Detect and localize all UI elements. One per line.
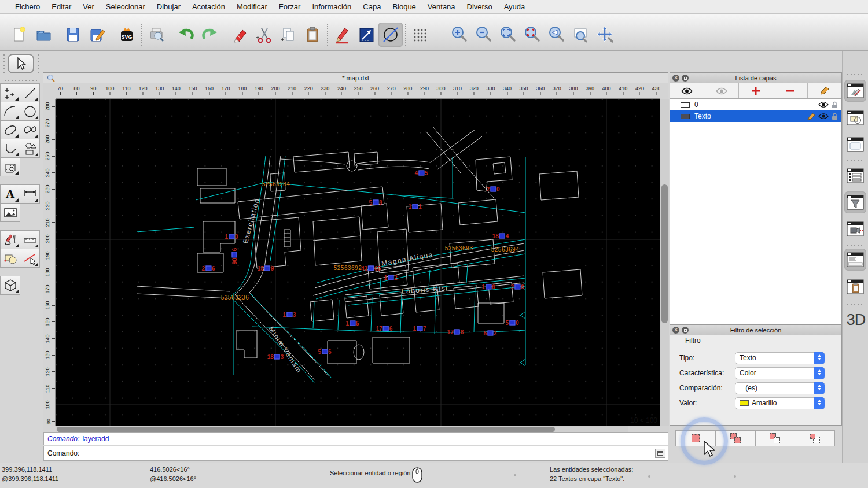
house-number-label[interactable]: 17	[413, 326, 426, 332]
house-number-label[interactable]: 26	[510, 284, 524, 290]
snap-tool-button[interactable]	[20, 249, 40, 268]
ellipse-tool-button[interactable]	[0, 120, 20, 139]
paste-button[interactable]	[300, 23, 325, 47]
zoom-in-button[interactable]	[447, 23, 472, 47]
selected-text-entity[interactable]	[264, 266, 270, 271]
selected-text-entity[interactable]	[486, 284, 491, 290]
shapes-tool-button[interactable]	[20, 139, 40, 158]
svg-export-button[interactable]: SVG	[115, 23, 139, 47]
command-input[interactable]	[82, 448, 655, 459]
spline-tool-button[interactable]	[20, 120, 40, 139]
point-tool-button[interactable]	[0, 83, 20, 102]
palette-handle[interactable]	[2, 53, 6, 74]
house-number-label[interactable]: 10	[481, 284, 495, 290]
menu-item[interactable]: Modificar	[231, 0, 273, 13]
default-attributes-button[interactable]	[378, 23, 403, 47]
filter-field-dropdown[interactable]: Color	[735, 367, 825, 379]
zoom-previous-button[interactable]	[545, 23, 569, 47]
edit-entity-button[interactable]	[0, 249, 20, 268]
dropdown-stepper-icon[interactable]	[814, 352, 825, 364]
selected-text-entity[interactable]	[229, 234, 234, 239]
menu-item[interactable]: Información	[306, 0, 357, 13]
house-number-label[interactable]: 20	[486, 186, 499, 193]
hide-all-layers-button[interactable]	[704, 83, 738, 98]
menu-item[interactable]: Ver	[77, 0, 100, 13]
horizontal-scrollbar-thumb[interactable]	[57, 427, 555, 432]
copy-button[interactable]	[276, 23, 300, 47]
layer-row[interactable]: 0	[670, 99, 841, 110]
filter-field-dropdown[interactable]: Amarillo	[735, 397, 825, 409]
dock-handle[interactable]	[846, 303, 865, 306]
new-file-button[interactable]	[7, 23, 31, 47]
palette-handle[interactable]	[37, 53, 41, 74]
horizontal-scrollbar[interactable]	[56, 426, 628, 432]
selected-text-entity[interactable]	[274, 354, 280, 360]
selected-text-entity[interactable]	[388, 275, 393, 280]
delete-button[interactable]	[227, 23, 252, 47]
zoom-out-button[interactable]	[472, 23, 496, 47]
add-layer-button[interactable]	[739, 83, 773, 98]
selected-text-entity[interactable]	[418, 171, 424, 176]
selected-text-entity[interactable]	[499, 234, 505, 239]
dock-handle[interactable]	[846, 159, 865, 162]
selected-text-entity[interactable]	[232, 252, 237, 257]
menu-item[interactable]: Ventana	[422, 0, 461, 13]
filter-field-dropdown[interactable]: Texto	[735, 352, 825, 364]
close-icon[interactable]: ✕	[672, 75, 679, 82]
filter-remove-from-selection-button[interactable]	[756, 430, 796, 446]
command-panel-button[interactable]	[655, 449, 665, 458]
detach-icon[interactable]	[682, 327, 689, 334]
polyline-tool-button[interactable]	[0, 139, 20, 158]
house-number-label[interactable]: 183	[267, 354, 284, 360]
house-number-label[interactable]: 159	[258, 265, 274, 272]
house-number-label[interactable]: 13	[282, 312, 296, 318]
open-file-button[interactable]	[31, 23, 56, 47]
dropdown-stepper-icon[interactable]	[814, 397, 825, 409]
redo-button[interactable]	[198, 23, 222, 47]
save-button[interactable]	[61, 23, 85, 47]
selected-text-entity[interactable]	[286, 312, 292, 317]
edit-layer-button[interactable]	[808, 83, 841, 98]
filter-field-dropdown[interactable]: = (es)	[735, 382, 825, 394]
view-dock-button[interactable]	[844, 218, 866, 240]
dock-handle[interactable]	[846, 243, 865, 247]
clipboard-dock-button[interactable]	[844, 276, 866, 298]
menu-item[interactable]: Bloque	[387, 0, 421, 13]
dock-3d-label[interactable]: 3D	[845, 311, 867, 329]
house-number-label[interactable]: 184	[492, 233, 509, 239]
zoom-window-button[interactable]	[569, 23, 593, 47]
circle-tool-button[interactable]	[20, 102, 40, 121]
menu-item[interactable]: Ayuda	[498, 0, 531, 13]
selected-text-entity[interactable]	[373, 200, 378, 205]
text-tool-button[interactable]: A	[0, 184, 20, 204]
menu-item[interactable]: Capa	[357, 0, 387, 13]
close-icon[interactable]: ✕	[672, 327, 679, 334]
undo-button[interactable]	[174, 23, 198, 47]
selected-text-entity[interactable]	[412, 204, 418, 209]
selected-text-entity[interactable]	[490, 187, 496, 192]
property-list-dock-button[interactable]	[844, 165, 866, 187]
menu-item[interactable]: Seleccionar	[100, 0, 151, 13]
palette-handle[interactable]	[3, 77, 39, 81]
selected-text-entity[interactable]	[368, 266, 374, 271]
menu-item[interactable]: Diverso	[461, 0, 498, 13]
dropdown-stepper-icon[interactable]	[814, 382, 825, 394]
eye-icon[interactable]	[818, 113, 829, 120]
selected-text-entity[interactable]	[417, 326, 422, 331]
dropdown-stepper-icon[interactable]	[814, 367, 825, 379]
edit-properties-button[interactable]	[330, 23, 354, 47]
solid-3d-tool-button[interactable]	[0, 276, 20, 295]
grid-toggle-button[interactable]	[408, 23, 432, 47]
hatch-tool-button[interactable]	[0, 157, 20, 176]
selected-text-entity[interactable]	[514, 284, 520, 290]
detach-icon[interactable]	[682, 75, 689, 82]
menu-item[interactable]: Acotación	[186, 0, 231, 13]
layer-list-dock-button[interactable]	[844, 80, 866, 102]
house-number-label[interactable]: 15	[345, 320, 359, 327]
menu-item[interactable]: Editar	[46, 0, 77, 13]
drawing-canvas[interactable]: ExercitationMagna AliquaLaboris NisiMini…	[56, 99, 660, 426]
vertical-scrollbar[interactable]	[660, 99, 669, 426]
menu-item[interactable]: Dibujar	[151, 0, 186, 13]
layer-row[interactable]: Texto	[670, 110, 841, 122]
lock-icon[interactable]	[832, 113, 838, 120]
